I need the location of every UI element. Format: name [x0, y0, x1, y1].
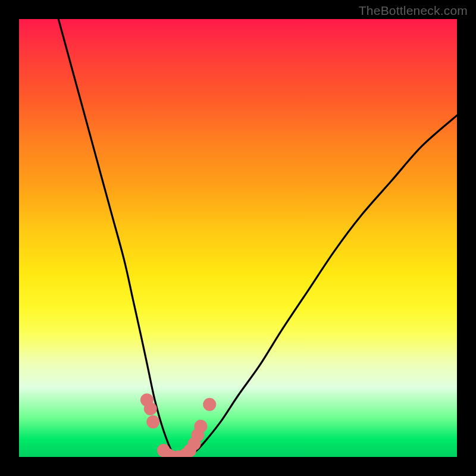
- bottleneck-curve: [58, 19, 457, 457]
- marker-point: [146, 415, 159, 428]
- marker-point: [144, 402, 157, 415]
- chart-svg: [19, 19, 457, 457]
- marker-point: [194, 420, 207, 433]
- plot-area: [19, 19, 457, 457]
- watermark-text: TheBottleneck.com: [359, 4, 468, 18]
- marker-point: [203, 398, 216, 411]
- chart-container: TheBottleneck.com: [0, 0, 476, 476]
- marker-group: [140, 393, 216, 457]
